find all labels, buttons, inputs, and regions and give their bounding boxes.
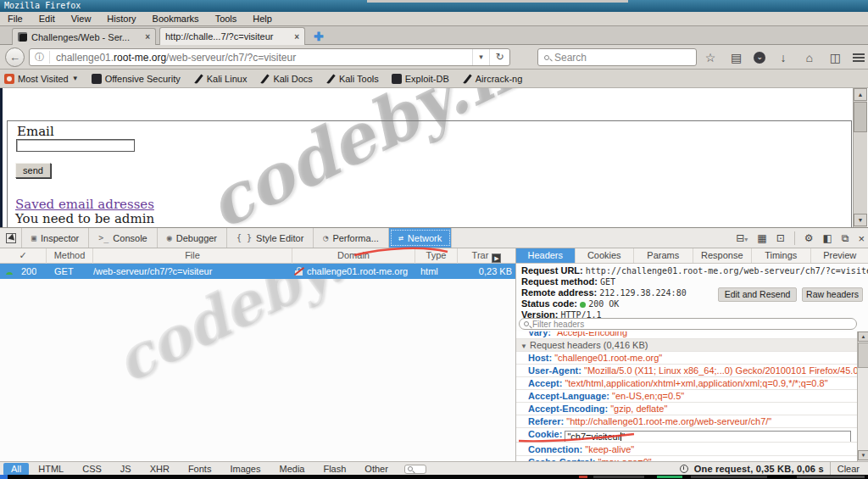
devtools-tab-debugger[interactable]: ◉ Debugger — [158, 228, 227, 248]
tab-headers[interactable]: Headers — [516, 248, 576, 263]
screenshare-icon[interactable]: ◫ — [826, 51, 843, 64]
url-bar[interactable]: ⓘ challenge01.root-me.org/web-serveur/ch… — [29, 48, 510, 66]
email-field[interactable] — [16, 139, 135, 152]
header-row-host[interactable]: Host: "challenge01.root-me.org" — [516, 352, 857, 365]
bookmarks-sidebar-icon[interactable]: ▤ — [728, 51, 745, 64]
select-iframe-icon[interactable]: ⊟▾ — [736, 232, 748, 244]
saved-emails-link[interactable]: Saved email adresses — [15, 197, 154, 212]
scroll-down-icon[interactable]: ▼ — [858, 450, 868, 460]
scrollbar-thumb[interactable] — [858, 343, 868, 368]
filter-css[interactable]: CSS — [73, 463, 111, 476]
menu-file[interactable]: File — [8, 14, 23, 24]
header-row-user-agent[interactable]: User-Agent: "Mozilla/5.0 (X11; Linux x86… — [516, 365, 857, 377]
request-headers-section[interactable]: ▼ Request headers (0,416 KB) — [516, 339, 857, 352]
menu-help[interactable]: Help — [253, 14, 272, 24]
scrollbar-thumb[interactable] — [854, 102, 867, 132]
filter-all[interactable]: All — [3, 463, 29, 476]
responsive-mode-icon[interactable]: ▦ — [757, 232, 766, 244]
devtools-tab-network[interactable]: ⇄ Network — [389, 228, 452, 248]
filter-other[interactable]: Other — [355, 463, 398, 476]
scroll-down-icon[interactable]: ▼ — [854, 214, 867, 226]
network-search-input[interactable] — [404, 465, 426, 474]
scratchpad-icon[interactable]: ⊡ — [776, 232, 785, 244]
header-row-accept[interactable]: Accept: "text/html,application/xhtml+xml… — [516, 377, 857, 390]
filter-js[interactable]: JS — [111, 463, 141, 476]
page-info-icon[interactable]: ⓘ — [30, 51, 50, 64]
filter-media[interactable]: Media — [270, 463, 314, 476]
header-row-accept-language[interactable]: Accept-Language: "en-US,en;q=0.5" — [516, 390, 857, 403]
undock-icon[interactable]: ⧉ — [842, 232, 849, 244]
tab-challenges-web[interactable]: Challenges/Web - Ser... × — [12, 28, 156, 45]
tab-close-icon[interactable]: × — [145, 32, 150, 42]
bookmark-exploit-db[interactable]: Exploit-DB — [392, 74, 449, 84]
url-history-dropdown-icon[interactable]: ▾ — [472, 49, 489, 65]
tab-preview[interactable]: Preview — [811, 248, 868, 263]
url-text[interactable]: challenge01.root-me.org/web-serveur/ch7/… — [50, 52, 472, 64]
filter-fonts[interactable]: Fonts — [179, 463, 221, 476]
filter-images[interactable]: Images — [220, 463, 270, 476]
header-row-connection[interactable]: Connection: "keep-alive" — [516, 443, 857, 456]
menu-bookmarks[interactable]: Bookmarks — [153, 14, 199, 24]
menu-edit[interactable]: Edit — [39, 14, 55, 24]
request-row[interactable]: 200 GET /web-serveur/ch7/?c=visiteur cha… — [0, 264, 515, 279]
column-status[interactable]: ✓ — [0, 248, 47, 264]
filter-headers-input[interactable]: Filter headers — [519, 318, 857, 330]
filter-xhr[interactable]: XHR — [141, 463, 179, 476]
devtools-tab-inspector[interactable]: ▣ Inspector — [22, 228, 89, 248]
scroll-up-icon[interactable]: ▲ — [858, 331, 868, 342]
send-button[interactable]: send — [15, 163, 51, 178]
raw-headers-button[interactable]: Raw headers — [802, 287, 863, 302]
settings-gear-icon[interactable]: ⚙ — [804, 232, 814, 244]
scroll-up-icon[interactable]: ▲ — [854, 88, 867, 101]
search-bar[interactable]: Search — [537, 48, 697, 66]
window-titlebar[interactable]: Mozilla Firefox — [0, 0, 868, 12]
bookmark-star-icon[interactable]: ☆ — [702, 51, 719, 64]
tab-timings[interactable]: Timings — [752, 248, 811, 263]
downloads-icon[interactable]: ↓ — [775, 51, 792, 64]
element-picker-button[interactable] — [0, 228, 22, 248]
menu-tools[interactable]: Tools — [215, 14, 237, 24]
column-domain[interactable]: Domain — [292, 248, 415, 264]
tab-response[interactable]: Response — [693, 248, 753, 263]
back-button[interactable]: ← — [5, 47, 25, 67]
header-row-cookie[interactable]: Cookie: "ch7=visiteur" — [516, 428, 857, 443]
sidebar-toggle-icon[interactable]: ◧ — [822, 232, 832, 244]
clear-button[interactable]: Clear — [830, 462, 866, 476]
menu-view[interactable]: View — [71, 14, 92, 24]
reload-icon[interactable]: ↻ — [489, 49, 509, 65]
tab-close-icon[interactable]: × — [294, 32, 299, 42]
hamburger-menu-icon[interactable] — [853, 53, 865, 55]
filter-html[interactable]: HTML — [29, 463, 73, 476]
cookie-edit-field[interactable]: "ch7=visiteur" — [565, 431, 851, 443]
headers-scrollbar[interactable]: ▲ ▼ — [857, 331, 868, 461]
bookmark-aircrack-ng[interactable]: Aircrack-ng — [462, 74, 523, 84]
close-devtools-icon[interactable]: × — [858, 232, 865, 245]
header-row-accept-encoding[interactable]: Accept-Encoding: "gzip, deflate" — [516, 403, 857, 415]
collapse-triangle-icon[interactable]: ▼ — [520, 343, 527, 350]
devtools-tab-performance[interactable]: ◔ Performa... — [314, 228, 388, 248]
menu-history[interactable]: History — [107, 14, 136, 24]
devtools-tab-style-editor[interactable]: { } Style Editor — [227, 228, 314, 248]
pocket-icon[interactable]: ⌄ — [754, 52, 765, 64]
column-transferred[interactable]: Trar▶ — [458, 248, 515, 264]
bookmark-offensive-security[interactable]: Offensive Security — [92, 74, 181, 84]
bookmark-kali-docs[interactable]: Kali Docs — [259, 74, 312, 84]
edit-and-resend-button[interactable]: Edit and Resend — [718, 287, 797, 302]
tab-params[interactable]: Params — [634, 248, 693, 263]
new-tab-icon[interactable]: ✚ — [314, 30, 324, 43]
tab-challenge-url[interactable]: http://challe...7/?c=visiteur × — [159, 27, 305, 45]
bookmark-most-visited[interactable]: Most Visited ▼ — [4, 74, 79, 84]
column-type[interactable]: Type — [415, 248, 458, 264]
bookmark-kali-linux[interactable]: Kali Linux — [193, 74, 248, 84]
page-scrollbar[interactable]: ▲ ▼ — [853, 88, 867, 227]
column-toggle-icon[interactable]: ▶ — [492, 253, 501, 263]
header-row-vary[interactable]: Vary: "Accept-Encoding" — [516, 331, 857, 339]
devtools-tab-console[interactable]: >_ Console — [89, 228, 157, 248]
column-method[interactable]: Method — [47, 248, 93, 264]
tab-cookies[interactable]: Cookies — [576, 248, 635, 263]
filter-flash[interactable]: Flash — [314, 463, 355, 476]
bookmark-kali-tools[interactable]: Kali Tools — [326, 74, 379, 84]
home-icon[interactable]: ⌂ — [801, 51, 818, 64]
header-row-referer[interactable]: Referer: "http://challenge01.root-me.org… — [516, 415, 857, 428]
column-file[interactable]: File — [93, 248, 292, 264]
